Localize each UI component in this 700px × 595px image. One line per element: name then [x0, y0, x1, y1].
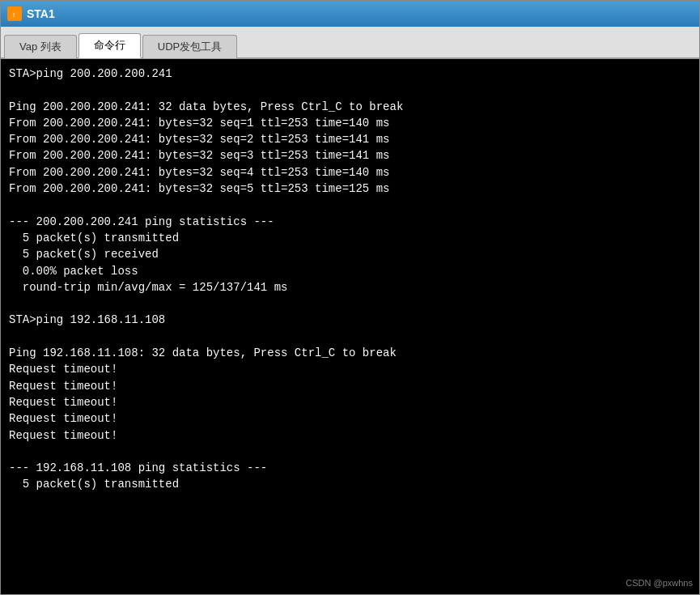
tab-udp[interactable]: UDP发包工具 — [142, 35, 237, 58]
title-bar: ! STA1 — [1, 1, 699, 27]
terminal-line: From 200.200.200.241: bytes=32 seq=4 ttl… — [9, 164, 691, 181]
terminal-line: From 200.200.200.241: bytes=32 seq=2 ttl… — [9, 131, 691, 147]
terminal-line: STA>ping 192.168.11.108 — [9, 312, 691, 328]
terminal-line — [9, 329, 691, 345]
terminal-line: From 200.200.200.241: bytes=32 seq=3 ttl… — [9, 147, 691, 164]
terminal-line: 5 packet(s) transmitted — [9, 230, 691, 246]
terminal-line — [9, 444, 691, 460]
terminal-line: Request timeout! — [9, 410, 691, 427]
terminal-line: 5 packet(s) transmitted — [9, 476, 691, 492]
window-icon: ! — [7, 6, 22, 21]
terminal-line: 5 packet(s) received — [9, 246, 691, 262]
terminal-wrapper: STA>ping 200.200.200.241 Ping 200.200.20… — [1, 59, 699, 594]
terminal-line — [9, 295, 691, 312]
terminal-line: 0.00% packet loss — [9, 263, 691, 279]
terminal-line: round-trip min/avg/max = 125/137/141 ms — [9, 279, 691, 295]
terminal-line — [9, 82, 691, 98]
svg-text:!: ! — [13, 12, 15, 18]
terminal-line: Request timeout! — [9, 427, 691, 444]
tab-vap[interactable]: Vap 列表 — [4, 35, 77, 58]
tab-bar: Vap 列表 命令行 UDP发包工具 — [1, 27, 699, 59]
terminal-line: Request timeout! — [9, 361, 691, 377]
terminal-line: Request timeout! — [9, 378, 691, 394]
main-window: ! STA1 Vap 列表 命令行 UDP发包工具 STA>ping 200.2… — [0, 0, 700, 595]
terminal-line: Ping 192.168.11.108: 32 data bytes, Pres… — [9, 345, 691, 361]
window-title: STA1 — [27, 7, 55, 20]
terminal-line: From 200.200.200.241: bytes=32 seq=5 ttl… — [9, 181, 691, 197]
terminal-line: Request timeout! — [9, 394, 691, 410]
terminal-line: STA>ping 200.200.200.241 — [9, 66, 691, 82]
watermark: CSDN @pxwhns — [626, 578, 693, 588]
terminal-line: --- 192.168.11.108 ping statistics --- — [9, 460, 691, 476]
terminal-line: From 200.200.200.241: bytes=32 seq=1 ttl… — [9, 115, 691, 131]
terminal-output[interactable]: STA>ping 200.200.200.241 Ping 200.200.20… — [1, 59, 699, 594]
terminal-line — [9, 197, 691, 213]
tab-cmd[interactable]: 命令行 — [78, 33, 141, 58]
terminal-line: Ping 200.200.200.241: 32 data bytes, Pre… — [9, 99, 691, 115]
terminal-line: --- 200.200.200.241 ping statistics --- — [9, 214, 691, 230]
